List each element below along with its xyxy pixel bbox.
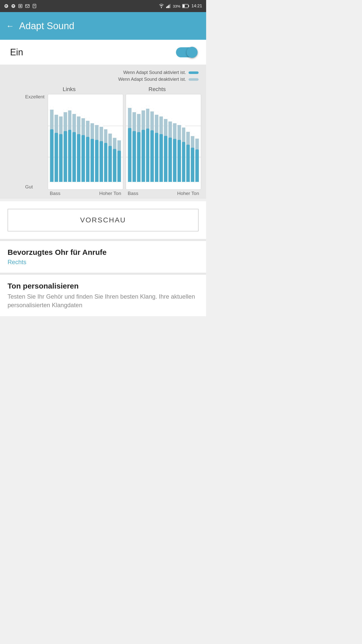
legend-inactive: Wenn Adapt Sound deaktiviert ist. xyxy=(118,77,199,82)
preferred-ear-section[interactable]: Bevorzugtes Ohr für Anrufe Rechts xyxy=(0,239,206,273)
battery-percent: 33% xyxy=(173,4,180,8)
svg-rect-4 xyxy=(26,5,29,8)
bar-item xyxy=(95,97,99,182)
bar-cap xyxy=(168,118,172,122)
bar-item xyxy=(77,97,80,182)
bar-active xyxy=(77,134,80,182)
bars-right xyxy=(128,97,199,182)
spotify-icon xyxy=(4,4,9,8)
bar-item xyxy=(132,97,136,182)
svg-rect-10 xyxy=(167,6,168,8)
bar-cap xyxy=(195,136,199,139)
bar-cap xyxy=(182,125,186,128)
bar-active xyxy=(104,143,108,182)
bar-item xyxy=(177,97,181,182)
bar-active xyxy=(50,129,54,182)
email-icon xyxy=(25,4,30,8)
bar-active xyxy=(150,130,154,182)
bar-cap xyxy=(55,112,58,115)
bar-active xyxy=(117,151,121,182)
bar-active xyxy=(68,130,72,182)
screenshot-icon xyxy=(18,4,23,8)
toggle-label: Ein xyxy=(10,47,23,58)
bar-active xyxy=(146,129,150,182)
chart-legend: Wenn Adapt Sound aktiviert ist. Wenn Ada… xyxy=(5,70,201,82)
whatsapp-icon xyxy=(11,4,16,8)
bar-cap xyxy=(186,129,190,132)
chart-area: Exzellent Gut xyxy=(25,94,201,190)
bar-item xyxy=(86,97,89,182)
bar-cap xyxy=(128,105,131,108)
chart-right xyxy=(126,94,201,190)
bar-cap xyxy=(100,124,103,127)
bar-cap xyxy=(90,120,94,123)
chart-x-labels: Bass Hoher Ton Bass Hoher Ton xyxy=(25,191,201,196)
bar-item xyxy=(81,97,85,182)
bar-cap xyxy=(159,113,163,116)
bar-cap xyxy=(86,118,89,121)
bar-cap xyxy=(150,108,154,111)
preview-button[interactable]: VORSCHAU xyxy=(8,209,199,231)
bar-cap xyxy=(77,113,80,116)
bar-active xyxy=(72,132,76,182)
bar-cap xyxy=(177,122,181,125)
time-display: 14:21 xyxy=(191,4,202,9)
bar-active xyxy=(100,141,103,182)
bar-active xyxy=(155,133,158,182)
bar-cap xyxy=(104,126,108,129)
legend-active-dot xyxy=(189,71,199,74)
back-button[interactable]: ← xyxy=(6,22,14,30)
bar-active xyxy=(164,136,167,182)
bar-active xyxy=(128,128,131,182)
bar-item xyxy=(128,97,131,182)
battery-icon xyxy=(182,4,189,8)
x-labels-right: Bass Hoher Ton xyxy=(126,191,201,196)
bar-item xyxy=(159,97,163,182)
bar-active xyxy=(177,140,181,182)
chart-section: Wenn Adapt Sound aktiviert ist. Wenn Ada… xyxy=(0,65,206,199)
bar-active xyxy=(108,146,112,182)
chart-right-label: Rechts xyxy=(113,86,201,93)
signal-icon xyxy=(166,4,171,8)
svg-rect-3 xyxy=(19,5,21,7)
bar-active xyxy=(132,131,136,182)
bar-item xyxy=(137,97,141,182)
bar-item xyxy=(108,97,112,182)
bar-item xyxy=(113,97,116,182)
x-label-hoher-ton-right: Hoher Ton xyxy=(177,191,199,196)
y-label-gut: Gut xyxy=(25,184,45,190)
bar-cap xyxy=(117,137,121,140)
bar-item xyxy=(59,97,63,182)
bar-cap xyxy=(173,120,176,123)
bar-cap xyxy=(72,111,76,114)
bar-item xyxy=(142,97,145,182)
bar-item xyxy=(90,97,94,182)
bar-item xyxy=(164,97,167,182)
app-bar-title: Adapt Sound xyxy=(19,21,74,31)
bar-active xyxy=(191,148,194,182)
chart-left-label: Links xyxy=(25,86,113,93)
x-label-bass-right: Bass xyxy=(128,191,138,196)
bar-active xyxy=(113,149,116,182)
bar-cap xyxy=(64,109,67,112)
legend-active: Wenn Adapt Sound aktiviert ist. xyxy=(123,70,199,75)
svg-point-0 xyxy=(5,4,8,8)
bar-active xyxy=(81,135,85,182)
bar-cap xyxy=(137,111,141,114)
bar-item xyxy=(182,97,186,182)
bar-cap xyxy=(59,113,63,116)
bar-active xyxy=(55,133,58,182)
chart-wrapper: Exzellent Gut xyxy=(5,94,201,190)
bar-cap xyxy=(68,107,72,110)
bar-active xyxy=(142,130,145,182)
y-axis-labels: Exzellent Gut xyxy=(25,94,45,190)
adapt-sound-toggle[interactable] xyxy=(176,47,196,57)
bar-item xyxy=(55,97,58,182)
storage-icon xyxy=(32,4,37,8)
app-bar: ← Adapt Sound xyxy=(0,12,206,40)
legend-inactive-dot xyxy=(189,78,199,81)
personalize-sound-section[interactable]: Ton personalisieren Testen Sie Ihr Gehör… xyxy=(0,273,206,316)
bar-item xyxy=(191,97,194,182)
personalize-sound-desc: Testen Sie Ihr Gehör und finden Sie Ihre… xyxy=(8,292,199,309)
bar-cap xyxy=(164,116,167,119)
